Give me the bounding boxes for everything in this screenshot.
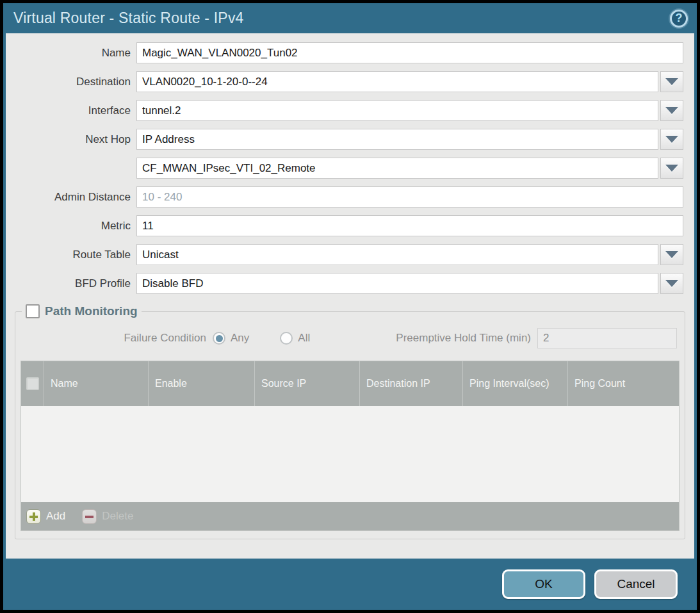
path-monitoring-section: Path Monitoring Failure Condition Any Al… (15, 304, 685, 539)
chevron-down-icon (665, 136, 678, 143)
dialog-title: Virtual Router - Static Route - IPv4 (13, 10, 670, 27)
destination-row: Destination (6, 71, 683, 92)
radio-all-label: All (298, 332, 310, 345)
delete-minus-icon (82, 509, 97, 524)
route-table-row: Route Table (6, 244, 683, 265)
path-monitoring-checkbox[interactable] (26, 304, 40, 318)
dialog-footer: OK Cancel (3, 559, 697, 610)
name-input[interactable] (136, 42, 683, 63)
destination-label: Destination (6, 76, 136, 88)
static-route-dialog: Virtual Router - Static Route - IPv4 ? N… (3, 3, 697, 610)
admin-distance-label: Admin Distance (6, 191, 136, 204)
cancel-button[interactable]: Cancel (594, 569, 678, 599)
next-hop-address-input[interactable] (136, 158, 658, 179)
add-button-label: Add (46, 510, 65, 523)
interface-input[interactable] (136, 100, 658, 121)
next-hop-label: Next Hop (6, 133, 136, 146)
next-hop-address-dropdown-button[interactable] (660, 158, 683, 179)
column-header-ping-count[interactable]: Ping Count (568, 361, 679, 406)
failure-condition-any-option[interactable]: Any (213, 332, 249, 345)
next-hop-type-input[interactable] (136, 129, 658, 150)
interface-dropdown-button[interactable] (660, 100, 683, 121)
failure-condition-row: Failure Condition Any All Preemptive Hol… (20, 327, 677, 349)
chevron-down-icon (665, 251, 678, 258)
add-button[interactable]: Add (26, 509, 65, 524)
admin-distance-input[interactable] (136, 186, 683, 208)
column-header-ping-interval[interactable]: Ping Interval(sec) (463, 361, 568, 406)
bfd-profile-dropdown-button[interactable] (660, 273, 683, 294)
name-label: Name (6, 47, 136, 60)
next-hop-row: Next Hop (6, 129, 683, 150)
path-monitoring-table: Name Enable Source IP Destination IP Pin… (20, 361, 680, 531)
preemptive-hold-time-input[interactable] (537, 328, 677, 348)
column-header-enable[interactable]: Enable (149, 361, 255, 406)
radio-all-icon[interactable] (280, 332, 293, 345)
column-header-source-ip[interactable]: Source IP (255, 361, 360, 406)
route-table-dropdown-button[interactable] (660, 244, 683, 265)
preemptive-hold-time-label: Preemptive Hold Time (min) (396, 332, 537, 345)
destination-dropdown-button[interactable] (660, 71, 683, 92)
help-icon[interactable]: ? (670, 10, 688, 28)
admin-distance-row: Admin Distance (6, 186, 683, 208)
bfd-profile-input[interactable] (136, 273, 658, 294)
next-hop-address-row (6, 158, 683, 179)
route-table-input[interactable] (136, 244, 658, 265)
path-monitoring-legend: Path Monitoring (22, 304, 142, 318)
bfd-profile-label: BFD Profile (6, 277, 136, 290)
chevron-down-icon (665, 280, 678, 287)
metric-row: Metric (6, 215, 683, 236)
table-body-empty (21, 406, 679, 502)
column-header-name[interactable]: Name (44, 361, 149, 406)
table-header: Name Enable Source IP Destination IP Pin… (21, 361, 679, 406)
delete-button[interactable]: Delete (82, 509, 133, 524)
metric-label: Metric (6, 220, 136, 233)
destination-input[interactable] (136, 71, 658, 92)
failure-condition-all-option[interactable]: All (280, 332, 310, 345)
bfd-profile-row: BFD Profile (6, 273, 683, 294)
interface-row: Interface (6, 100, 683, 121)
delete-button-label: Delete (102, 510, 133, 523)
chevron-down-icon (665, 165, 678, 172)
dialog-outer-frame: Virtual Router - Static Route - IPv4 ? N… (0, 0, 700, 613)
interface-label: Interface (6, 104, 136, 117)
radio-any-label: Any (231, 332, 249, 345)
path-monitoring-title: Path Monitoring (45, 304, 138, 318)
dialog-content: Name Destination Interface Next Hop (6, 33, 694, 559)
chevron-down-icon (665, 107, 678, 114)
ok-button[interactable]: OK (502, 569, 585, 599)
metric-input[interactable] (136, 215, 683, 236)
chevron-down-icon (665, 78, 678, 85)
failure-condition-label: Failure Condition (20, 332, 213, 345)
select-all-checkbox[interactable] (26, 377, 39, 390)
name-row: Name (6, 42, 683, 63)
route-table-label: Route Table (6, 249, 136, 261)
table-toolbar: Add Delete (21, 502, 679, 530)
title-bar: Virtual Router - Static Route - IPv4 ? (3, 3, 697, 33)
radio-any-icon[interactable] (213, 332, 225, 345)
next-hop-type-dropdown-button[interactable] (660, 129, 683, 150)
add-plus-icon (26, 509, 41, 524)
select-all-column-header (21, 361, 44, 406)
column-header-destination-ip[interactable]: Destination IP (360, 361, 463, 406)
